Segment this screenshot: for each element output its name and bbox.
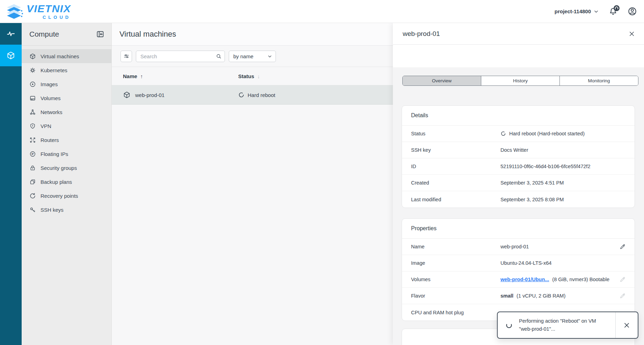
column-header-status[interactable]: Status ↓ [227, 73, 393, 79]
rail-item-compute[interactable] [0, 45, 22, 66]
project-selector-label: project-114800 [555, 8, 591, 14]
sidebar-compute: Compute Virtual machines K [22, 23, 112, 345]
sidebar-item-recovery-points[interactable]: Recovery points [22, 189, 111, 203]
detail-row-status: Status Hard reboot (Hard-reboot started) [402, 126, 635, 142]
property-row-volumes: Volumes web-prod-01/Ubun... (8 GiB, nvme… [402, 271, 635, 288]
chevron-down-icon [594, 9, 599, 14]
sliders-icon [123, 53, 130, 59]
sidebar-item-label: Backup plans [41, 179, 72, 185]
account-button[interactable] [628, 7, 637, 16]
column-header-name[interactable]: Name ↑ [112, 73, 227, 79]
svg-text:IP: IP [31, 153, 34, 156]
panel-collapse-icon [96, 30, 104, 38]
sidebar-item-routers[interactable]: Routers [22, 133, 111, 147]
sidebar-item-kubernetes[interactable]: Kubernetes [22, 63, 111, 77]
tab-monitoring[interactable]: Monitoring [559, 76, 638, 85]
volume-link[interactable]: web-prod-01/Ubun... [500, 277, 549, 282]
nodes-icon [29, 109, 36, 115]
app-root: VIETNIX CLOUD project-114800 [0, 0, 644, 345]
copy-icon [29, 179, 36, 185]
properties-card: Properties Name web-prod-01 Image Ubuntu… [402, 218, 635, 321]
project-selector[interactable]: project-114800 [555, 8, 599, 14]
activity-pulse-icon [6, 29, 15, 38]
search-input[interactable] [136, 51, 225, 62]
vm-status: Hard reboot [248, 92, 275, 98]
notification-badge [614, 5, 620, 11]
brand-name: VIETNIX [27, 3, 71, 14]
panel-close-button[interactable] [629, 31, 635, 37]
edit-flavor-button-disabled [620, 293, 625, 299]
sidebar-item-label: Kubernetes [41, 67, 67, 73]
sidebar-item-security-groups[interactable]: Security groups [22, 161, 111, 175]
sort-desc-icon: ↓ [257, 73, 260, 79]
sidebar-item-label: Security groups [41, 165, 77, 171]
main-content: Virtual machines by name [112, 23, 393, 345]
sidebar-item-networks[interactable]: Networks [22, 105, 111, 119]
vm-details-panel: web-prod-01 Overview History Monitoring … [393, 23, 644, 345]
sidebar-item-label: SSH keys [41, 207, 64, 213]
sidebar-item-floating-ips[interactable]: IP Floating IPs [22, 147, 111, 161]
sidebar-item-volumes[interactable]: Volumes [22, 91, 111, 105]
sort-by-select[interactable]: by name [229, 51, 276, 62]
sort-asc-icon: ↑ [140, 73, 143, 79]
tab-overview[interactable]: Overview [403, 76, 481, 85]
sidebar-item-label: Virtual machines [41, 53, 79, 59]
sidebar-collapse-button[interactable] [96, 30, 104, 38]
close-icon [623, 322, 630, 329]
helm-icon [29, 67, 36, 74]
sidebar-item-ssh-keys[interactable]: SSH keys [22, 203, 111, 217]
properties-card-title: Properties [402, 219, 635, 239]
property-row-flavor: Flavor small (1 vCPU, 2 GiB RAM) [402, 288, 635, 304]
edit-volumes-button-disabled [620, 277, 625, 283]
sidebar-item-vpn[interactable]: VPN [22, 119, 111, 133]
loading-spinner-icon [505, 322, 513, 329]
sidebar-item-label: VPN [41, 123, 51, 129]
table-header: Name ↑ Status ↓ [112, 67, 393, 85]
tab-history[interactable]: History [481, 76, 559, 85]
search-icon [216, 53, 222, 59]
sidebar-item-label: Images [41, 81, 58, 87]
drive-icon [29, 95, 36, 102]
shield-icon [29, 123, 36, 129]
details-card: Details Status Hard reboot (Hard-reboot … [402, 105, 635, 208]
chevron-down-icon [268, 54, 272, 59]
sidebar-item-backup-plans[interactable]: Backup plans [22, 175, 111, 189]
restore-icon [29, 193, 36, 199]
brand-stack-icon [4, 2, 24, 21]
detail-row-created: Created September 3, 2025 4:51 PM [402, 175, 635, 191]
cube-icon [29, 53, 36, 60]
key-icon [29, 207, 36, 213]
sidebar-item-label: Floating IPs [41, 151, 68, 157]
routes-arrows-icon [29, 137, 36, 143]
sidebar-item-label: Volumes [41, 95, 61, 101]
disc-icon [29, 81, 36, 88]
details-card-title: Details [402, 106, 635, 126]
detail-row-last-modified: Last modified September 3, 2025 8:08 PM [402, 191, 635, 208]
brand-sub: CLOUD [27, 15, 71, 20]
panel-title: web-prod-01 [403, 30, 440, 38]
notifications-button[interactable] [608, 7, 618, 16]
page-title: Virtual machines [119, 30, 176, 39]
sidebar-item-label: Routers [41, 137, 59, 143]
account-icon [628, 7, 637, 16]
property-row-name: Name web-prod-01 [402, 239, 635, 255]
sidebar-item-virtual-machines[interactable]: Virtual machines [22, 49, 111, 63]
sidebar-item-images[interactable]: Images [22, 77, 111, 91]
close-icon [629, 31, 635, 37]
brand-logo: VIETNIX CLOUD [4, 2, 71, 21]
loading-spinner-icon [500, 131, 506, 136]
top-header: VIETNIX CLOUD project-114800 [0, 0, 644, 23]
sort-by-value: by name [233, 53, 254, 59]
vm-name: web-prod-01 [135, 92, 164, 98]
rail-item-monitoring[interactable] [0, 23, 22, 45]
table-row-web-prod-01[interactable]: web-prod-01 Hard reboot [112, 85, 393, 105]
cube-icon [6, 51, 15, 60]
loading-spinner-icon [238, 92, 244, 98]
toast-close-button[interactable] [615, 312, 638, 338]
toast-message: Performing action "Reboot" on VM "web-pr… [519, 317, 596, 333]
panel-tabs: Overview History Monitoring [402, 76, 638, 86]
edit-name-button[interactable] [620, 244, 625, 250]
filter-button[interactable] [120, 51, 132, 62]
app-rail [0, 23, 22, 345]
property-row-image: Image Ubuntu-24.04-LTS-x64 [402, 255, 635, 271]
